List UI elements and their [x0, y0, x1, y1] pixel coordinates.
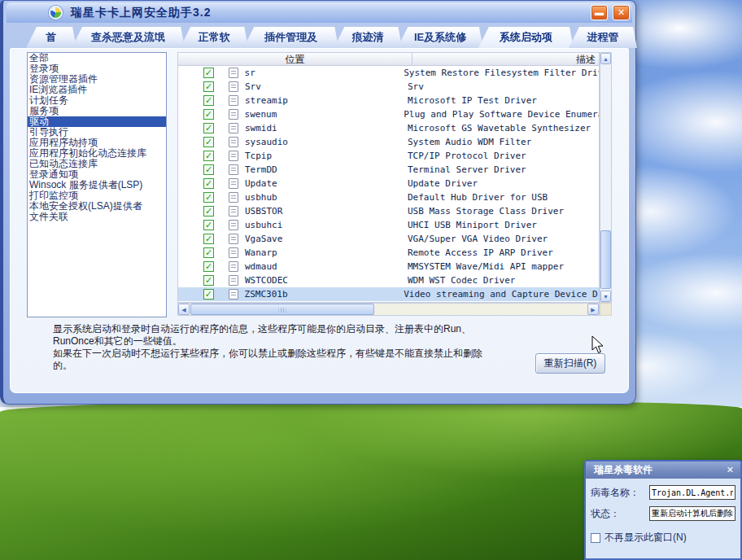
row-location: ZSMC301b: [245, 289, 404, 300]
main-window: 瑞星卡卡上网安全助手3.2 ▬ ✕ 首页查杀恶意及流氓软件正常软件插件管理及卸载…: [0, 0, 636, 405]
description-line-1: 显示系统启动和登录时自动运行的程序的信息，这些程序可能是你的启动目录、注册表中的…: [53, 323, 541, 335]
row-description: MMSYSTEM Wave/Midi API mapper: [408, 261, 564, 272]
row-location: sysaudio: [245, 137, 408, 147]
row-checkbox[interactable]: ✓: [203, 289, 214, 300]
tab-2[interactable]: 查杀恶意及流氓软件: [72, 27, 185, 48]
horizontal-scrollbar[interactable]: ◀ ▶: [177, 303, 600, 316]
driver-file-icon: [229, 68, 238, 78]
table-row[interactable]: ✓UpdateUpdate Driver: [178, 177, 599, 190]
tab-8[interactable]: 进程管理: [569, 27, 637, 48]
row-checkbox[interactable]: ✓: [203, 234, 214, 244]
row-description: Plug and Play Software Device Enumera: [404, 109, 599, 120]
row-description: System Restore Filesystem Filter Driv: [404, 68, 599, 78]
content-panel: 全部登录项资源管理器插件IE浏览器插件计划任务服务项驱动引导执行应用程序劫持项应…: [10, 48, 629, 393]
row-description: Microsoft IP Test Driver: [408, 95, 537, 106]
scroll-down-button[interactable]: ▼: [600, 291, 611, 302]
table-row[interactable]: ✓WanarpRemote Access IP ARP Driver: [178, 246, 599, 260]
table-row[interactable]: ✓usbhubDefault Hub Driver for USB: [178, 190, 599, 204]
driver-file-icon: [229, 234, 238, 244]
row-location: Tcpip: [245, 151, 408, 161]
vertical-scrollbar[interactable]: ▲ ▼: [600, 52, 612, 303]
row-location: Update: [245, 178, 408, 189]
minimize-button[interactable]: ▬: [591, 5, 608, 20]
driver-file-icon: [229, 81, 238, 92]
table-row[interactable]: ✓WSTCODECWDM WST Codec Driver: [178, 273, 599, 287]
driver-file-icon: [229, 137, 238, 147]
row-checkbox[interactable]: ✓: [203, 109, 214, 120]
vertical-scroll-thumb[interactable]: [600, 230, 611, 289]
dialog-close-icon[interactable]: ✕: [727, 465, 734, 475]
row-location: usbuhci: [245, 220, 408, 230]
row-description: System Audio WDM Filter: [408, 137, 531, 147]
table-row[interactable]: ✓SrvSrv: [178, 80, 599, 94]
driver-file-icon: [229, 178, 238, 189]
row-description: USB Mass Storage Class Driver: [408, 206, 564, 217]
row-checkbox[interactable]: ✓: [203, 178, 214, 189]
row-checkbox[interactable]: ✓: [203, 192, 214, 203]
row-checkbox[interactable]: ✓: [203, 275, 214, 286]
table-row[interactable]: ✓ZSMC301bVideo streaming and Capture Dev…: [178, 287, 599, 301]
description-line-2: RunOnce和其它的一些键值。: [53, 335, 541, 348]
row-checkbox[interactable]: ✓: [203, 164, 214, 175]
table-row[interactable]: ✓streamipMicrosoft IP Test Driver: [178, 94, 599, 107]
scroll-left-button[interactable]: ◀: [178, 304, 190, 315]
driver-file-icon: [229, 220, 238, 230]
description-text: 显示系统启动和登录时自动运行的程序的信息，这些程序可能是你的启动目录、注册表中的…: [53, 323, 541, 372]
dialog-field-label: 病毒名称：: [591, 486, 649, 500]
dialog-field-input[interactable]: [649, 506, 735, 521]
driver-file-icon: [229, 289, 238, 300]
row-checkbox[interactable]: ✓: [203, 220, 214, 230]
scrollbar-corner: [600, 303, 612, 316]
row-checkbox[interactable]: ✓: [203, 68, 214, 78]
table-row[interactable]: ✓srSystem Restore Filesystem Filter Driv: [178, 66, 599, 80]
row-description: Terminal Server Driver: [408, 164, 526, 175]
tab-6[interactable]: IE及系统修复: [397, 27, 482, 48]
row-checkbox[interactable]: ✓: [203, 95, 214, 106]
driver-file-icon: [229, 109, 238, 120]
table-row[interactable]: ✓wdmaudMMSYSTEM Wave/Midi API mapper: [178, 260, 599, 273]
column-header-description[interactable]: 描述: [412, 53, 599, 65]
rescan-button[interactable]: 重新扫描(R): [535, 353, 605, 374]
tab-7[interactable]: 系统启动项管理: [478, 27, 574, 48]
table-row[interactable]: ✓usbuhciUHCI USB Miniport Driver: [178, 218, 599, 232]
dialog-field-input[interactable]: [649, 485, 735, 500]
tab-3[interactable]: 正常软件: [180, 27, 248, 48]
tab-1[interactable]: 首页: [26, 27, 76, 48]
driver-file-icon: [229, 95, 238, 106]
tab-5[interactable]: 痕迹清理: [334, 27, 402, 48]
table-row[interactable]: ✓VgaSaveVGA/Super VGA Video Driver: [178, 232, 599, 246]
row-checkbox[interactable]: ✓: [203, 206, 214, 217]
table-row[interactable]: ✓TermDDTerminal Server Driver: [178, 163, 599, 177]
app-icon: [49, 6, 63, 20]
row-checkbox[interactable]: ✓: [203, 81, 214, 92]
sidebar-item-16[interactable]: 文件关联: [28, 212, 166, 222]
dont-show-again-checkbox[interactable]: [591, 533, 600, 543]
scroll-right-button[interactable]: ▶: [587, 304, 599, 315]
row-location: sr: [245, 68, 404, 78]
driver-file-icon: [229, 206, 238, 217]
close-button[interactable]: ✕: [613, 5, 630, 20]
row-description: WDM WST Codec Driver: [408, 275, 515, 286]
table-row[interactable]: ✓TcpipTCP/IP Protocol Driver: [178, 149, 599, 163]
row-description: Srv: [408, 81, 424, 92]
table-row[interactable]: ✓USBSTORUSB Mass Storage Class Driver: [178, 204, 599, 218]
table-body: ✓srSystem Restore Filesystem Filter Driv…: [177, 66, 600, 303]
category-list: 全部登录项资源管理器插件IE浏览器插件计划任务服务项驱动引导执行应用程序劫持项应…: [27, 52, 167, 317]
row-location: usbhub: [245, 192, 408, 203]
table-row[interactable]: ✓swmidiMicrosoft GS Wavetable Synthesize…: [178, 121, 599, 135]
row-checkbox[interactable]: ✓: [203, 261, 214, 272]
driver-file-icon: [229, 164, 238, 175]
tab-4[interactable]: 插件管理及卸载: [243, 27, 338, 48]
row-checkbox[interactable]: ✓: [203, 151, 214, 161]
row-checkbox[interactable]: ✓: [203, 137, 214, 147]
table-row[interactable]: ✓swenumPlug and Play Software Device Enu…: [178, 107, 599, 121]
antivirus-alert-dialog: 瑞星杀毒软件 ✕ 病毒名称：状态： 不再显示此窗口(N): [584, 460, 742, 560]
row-checkbox[interactable]: ✓: [203, 247, 214, 258]
column-header-location[interactable]: 位置: [178, 53, 412, 65]
window-title: 瑞星卡卡上网安全助手3.2: [71, 6, 211, 20]
table-row[interactable]: ✓sysaudioSystem Audio WDM Filter: [178, 135, 599, 149]
row-checkbox[interactable]: ✓: [203, 123, 214, 133]
description-line-3: 如果在下一次启动时不想运行某些程序，你可以禁止或删除这些程序，有些键是不能直接禁…: [53, 348, 541, 360]
horizontal-scroll-thumb[interactable]: [190, 304, 374, 315]
scroll-up-button[interactable]: ▲: [600, 53, 611, 64]
